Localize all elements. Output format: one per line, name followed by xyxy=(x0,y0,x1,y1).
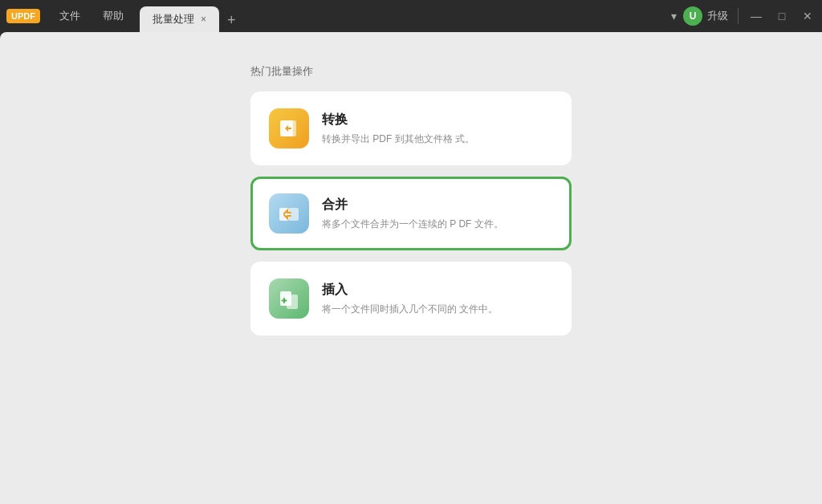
menu-bar: 文件 帮助 xyxy=(50,6,133,26)
app-logo: UPDF xyxy=(6,9,40,23)
tab-close-button[interactable]: × xyxy=(201,14,206,24)
upgrade-label: 升级 xyxy=(707,9,728,23)
insert-svg xyxy=(277,287,301,311)
window-controls: — □ ✕ xyxy=(748,10,816,22)
merge-svg xyxy=(277,201,301,226)
user-avatar: U xyxy=(683,6,702,26)
section-title: 热门批量操作 xyxy=(250,64,313,79)
svg-rect-5 xyxy=(287,295,298,309)
cards-container: 转换 转换并导出 PDF 到其他文件格 式。 合并 将多个文件合并为一个连续的 … xyxy=(250,91,572,335)
insert-desc: 将一个文件同时插入几个不同的 文件中。 xyxy=(322,302,553,316)
convert-desc: 转换并导出 PDF 到其他文件格 式。 xyxy=(322,132,553,146)
tab-add-button[interactable]: + xyxy=(219,9,244,32)
main-content: 热门批量操作 转换 转换并导出 PDF 到其他文件格 式。 xyxy=(0,32,822,504)
titlebar-right: ▾ U 升级 — □ ✕ xyxy=(671,6,816,26)
titlebar: UPDF 文件 帮助 批量处理 × + ▾ U 升级 — □ ✕ xyxy=(0,0,822,32)
insert-title: 插入 xyxy=(322,282,553,299)
merge-desc: 将多个文件合并为一个连续的 P DF 文件。 xyxy=(322,217,553,231)
tab-batch-label: 批量处理 xyxy=(153,12,194,26)
card-insert[interactable]: 插入 将一个文件同时插入几个不同的 文件中。 xyxy=(250,262,572,335)
card-convert[interactable]: 转换 转换并导出 PDF 到其他文件格 式。 xyxy=(250,91,572,165)
convert-title: 转换 xyxy=(322,112,553,128)
merge-title: 合并 xyxy=(322,197,553,213)
merge-icon xyxy=(269,193,309,234)
merge-content: 合并 将多个文件合并为一个连续的 P DF 文件。 xyxy=(322,197,553,231)
upgrade-button[interactable]: U 升级 xyxy=(683,6,728,26)
menu-file[interactable]: 文件 xyxy=(50,6,90,26)
svg-rect-3 xyxy=(289,208,299,221)
window-dropdown-icon[interactable]: ▾ xyxy=(671,10,677,22)
minimize-button[interactable]: — xyxy=(748,10,764,22)
tab-bar: 批量处理 × + xyxy=(140,0,671,32)
tab-batch[interactable]: 批量处理 × xyxy=(140,6,219,32)
convert-svg xyxy=(277,116,301,140)
insert-icon xyxy=(269,278,309,319)
convert-content: 转换 转换并导出 PDF 到其他文件格 式。 xyxy=(322,112,553,146)
convert-icon xyxy=(269,108,309,148)
menu-help[interactable]: 帮助 xyxy=(93,6,133,26)
card-merge[interactable]: 合并 将多个文件合并为一个连续的 P DF 文件。 xyxy=(250,177,572,250)
insert-content: 插入 将一个文件同时插入几个不同的 文件中。 xyxy=(322,282,553,316)
close-button[interactable]: ✕ xyxy=(800,10,816,22)
maximize-button[interactable]: □ xyxy=(774,10,790,22)
separator xyxy=(738,8,739,24)
